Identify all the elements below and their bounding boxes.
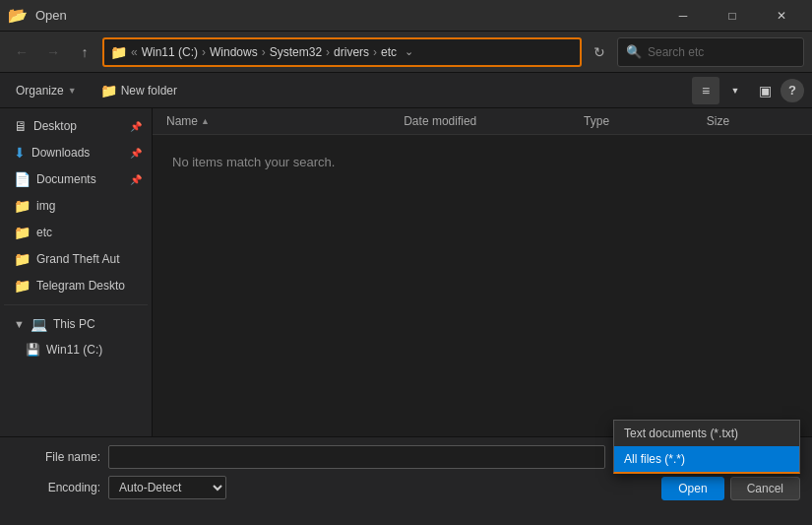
sidebar-label-etc: etc: [36, 226, 52, 239]
breadcrumb-etc[interactable]: etc: [381, 45, 397, 59]
file-type-dropdown: Text documents (*.txt) All files (*.*): [613, 420, 800, 474]
refresh-button[interactable]: ↻: [586, 38, 613, 66]
address-dropdown-button[interactable]: ⌄: [405, 45, 413, 58]
breadcrumb-sep-2: ›: [326, 45, 330, 59]
new-folder-label: New folder: [121, 84, 177, 98]
sidebar-label-downloads: Downloads: [31, 146, 90, 160]
sidebar-item-desktop[interactable]: 🖥 Desktop 📌: [4, 113, 148, 139]
close-button[interactable]: ✕: [759, 0, 804, 32]
sidebar-item-win11-drive[interactable]: 💾 Win11 (C:): [4, 338, 148, 361]
pin-icon-downloads: 📌: [130, 148, 142, 159]
breadcrumb-system32[interactable]: System32: [270, 45, 322, 59]
view-buttons: ≡ ▼ ▣ ?: [692, 77, 804, 104]
sidebar-item-downloads[interactable]: ⬇ Downloads 📌: [4, 140, 148, 165]
pin-icon-documents: 📌: [130, 174, 142, 185]
cancel-button[interactable]: Cancel: [730, 477, 800, 500]
breadcrumb-windows[interactable]: Windows: [210, 45, 258, 59]
organize-label: Organize: [16, 84, 64, 98]
breadcrumb-sep-0: ›: [202, 45, 206, 59]
back-button[interactable]: ←: [8, 38, 35, 66]
sidebar-label-img: img: [36, 199, 55, 213]
encoding-select-wrapper: Auto-Detect: [108, 476, 226, 499]
drive-icon: 💾: [26, 343, 40, 357]
column-headers: Name ▲ Date modified Type Size: [153, 108, 812, 135]
organize-button[interactable]: Organize ▼: [8, 80, 85, 101]
file-name-label: File name:: [12, 450, 100, 464]
search-bar[interactable]: 🔍: [617, 37, 804, 67]
column-date-modified[interactable]: Date modified: [400, 112, 580, 130]
open-button[interactable]: Open: [661, 477, 723, 500]
breadcrumb-sep-start: «: [131, 45, 138, 59]
desktop-icon: 🖥: [14, 118, 28, 134]
search-input[interactable]: [648, 45, 795, 59]
sidebar-label-gta: Grand Theft Aut: [36, 252, 120, 266]
title-icon: 📂: [8, 6, 28, 25]
documents-icon: 📄: [14, 171, 31, 187]
breadcrumb-win11[interactable]: Win11 (C:): [142, 45, 198, 59]
view-dropdown-button[interactable]: ▼: [721, 77, 749, 104]
help-icon: ?: [788, 83, 796, 98]
img-folder-icon: 📁: [14, 198, 31, 214]
sidebar-label-telegram: Telegram Deskto: [36, 279, 125, 293]
no-items-message: No items match your search.: [153, 135, 812, 189]
main-area: 🖥 Desktop 📌 ⬇ Downloads 📌 📄 Documents 📌 …: [0, 108, 812, 436]
address-folder-icon: 📁: [110, 44, 127, 60]
new-folder-icon: 📁: [100, 83, 117, 98]
sidebar-label-desktop: Desktop: [33, 119, 77, 133]
toolbar: ← → ↑ 📁 « Win11 (C:) › Windows › System3…: [0, 32, 812, 73]
dropdown-item-all[interactable]: All files (*.*): [614, 446, 799, 472]
sidebar-label-documents: Documents: [36, 172, 96, 186]
encoding-select[interactable]: Auto-Detect: [108, 476, 226, 499]
gta-folder-icon: 📁: [14, 251, 31, 267]
organize-dropdown-icon: ▼: [68, 86, 77, 96]
sidebar-item-etc[interactable]: 📁 etc: [4, 220, 148, 245]
sidebar-item-telegram[interactable]: 📁 Telegram Deskto: [4, 273, 148, 298]
title-bar: 📂 Open ─ □ ✕: [0, 0, 812, 32]
breadcrumb-sep-1: ›: [262, 45, 266, 59]
up-button[interactable]: ↑: [71, 38, 98, 66]
downloads-icon: ⬇: [14, 145, 26, 161]
breadcrumb-sep-3: ›: [373, 45, 377, 59]
sidebar-item-gta[interactable]: 📁 Grand Theft Aut: [4, 246, 148, 272]
sidebar-item-documents[interactable]: 📄 Documents 📌: [4, 166, 148, 192]
this-pc-icon: 💻: [31, 316, 47, 332]
etc-folder-icon: 📁: [14, 225, 31, 240]
column-type[interactable]: Type: [580, 112, 703, 130]
view-dropdown-icon: ▼: [731, 86, 740, 96]
minimize-button[interactable]: ─: [660, 0, 706, 32]
sidebar-label-drive: Win11 (C:): [46, 343, 102, 357]
sidebar-item-img[interactable]: 📁 img: [4, 193, 148, 219]
list-view-button[interactable]: ≡: [692, 77, 719, 104]
encoding-label: Encoding:: [12, 481, 100, 494]
expand-icon-thispc: ▼: [14, 318, 25, 330]
forward-button[interactable]: →: [39, 38, 67, 66]
file-list: Name ▲ Date modified Type Size No items …: [153, 108, 812, 436]
list-view-icon: ≡: [702, 83, 710, 98]
pane-view-icon: ▣: [759, 83, 772, 98]
sort-icon: ▲: [201, 116, 210, 126]
title-text: Open: [35, 8, 67, 23]
help-button[interactable]: ?: [781, 79, 804, 102]
telegram-folder-icon: 📁: [14, 278, 31, 294]
sidebar: 🖥 Desktop 📌 ⬇ Downloads 📌 📄 Documents 📌 …: [0, 108, 153, 436]
search-icon: 🔍: [626, 44, 642, 59]
column-name[interactable]: Name ▲: [162, 112, 400, 130]
dropdown-item-txt[interactable]: Text documents (*.txt): [614, 421, 799, 446]
bottom-area: Text documents (*.txt) All files (*.*) F…: [0, 436, 812, 525]
pin-icon-desktop: 📌: [130, 121, 142, 132]
bottom-buttons: Open Cancel: [661, 477, 800, 500]
column-size[interactable]: Size: [703, 112, 802, 130]
file-name-input[interactable]: [108, 445, 605, 469]
sidebar-item-this-pc[interactable]: ▼ 💻 This PC: [4, 311, 148, 337]
address-bar[interactable]: 📁 « Win11 (C:) › Windows › System32 › dr…: [102, 37, 582, 67]
maximize-button[interactable]: □: [710, 0, 755, 32]
encoding-row: Encoding: Auto-Detect Open Cancel: [12, 475, 800, 500]
title-controls: ─ □ ✕: [660, 0, 804, 32]
pane-view-button[interactable]: ▣: [751, 77, 779, 104]
sidebar-label-this-pc: This PC: [53, 317, 95, 331]
command-bar: Organize ▼ 📁 New folder ≡ ▼ ▣ ?: [0, 73, 812, 108]
breadcrumb-drivers[interactable]: drivers: [334, 45, 369, 59]
new-folder-button[interactable]: 📁 New folder: [93, 79, 185, 102]
